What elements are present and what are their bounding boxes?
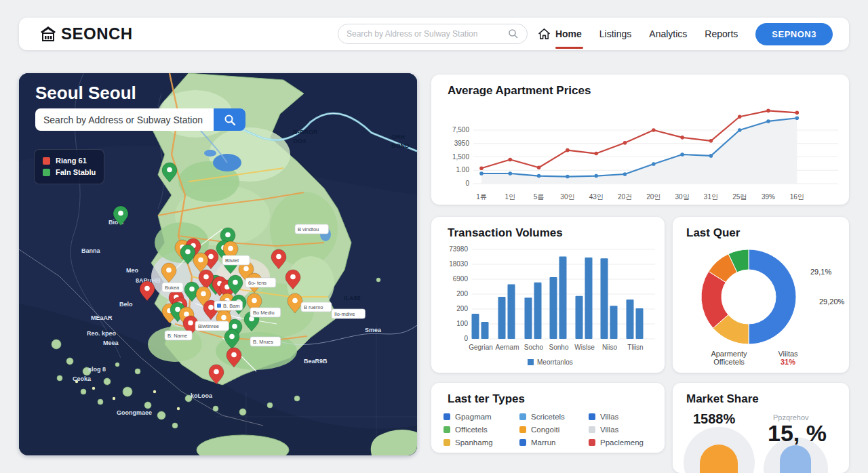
bar[interactable] [525,297,532,339]
map-search-bar[interactable]: Search by Address or Subway Station [35,108,245,131]
svg-text:100: 100 [456,320,468,327]
bar[interactable] [636,308,644,339]
sea-label: BeaR9B [304,358,328,365]
donut-slice-blue[interactable] [749,249,796,344]
svg-text:3950: 3950 [454,140,470,147]
svg-text:30일: 30일 [675,193,690,201]
bar[interactable] [481,322,489,339]
bar[interactable] [601,258,608,339]
svg-text:0: 0 [464,335,468,342]
card-market-share: Market Share 1588% Ppzqrehov 15, % [673,383,849,473]
type-legend-item: Gpagmam [443,411,519,422]
nav-item-analytics[interactable]: Analytics [649,28,687,39]
header-search-placeholder: Search by Aldress or Sulway Station [347,29,508,39]
donut-footer-right: Viiitas 31% [768,350,808,366]
type-legend-item: Ppaclemeng [589,437,654,448]
sea-label: MEaAR [91,314,113,321]
svg-text:30인: 30인 [560,193,574,201]
svg-text:20인: 20인 [646,193,660,201]
type-legend-item: Marrun [519,437,589,448]
map-label-chip[interactable]: Bo Mediu [250,308,281,317]
app-logo[interactable]: SEONCH [39,24,133,43]
svg-text:20건: 20건 [618,193,632,201]
svg-text:Tliisn: Tliisn [627,344,643,351]
logo-text: SEONCH [61,24,133,43]
nav-item-reports[interactable]: Reports [705,28,738,39]
bar[interactable] [550,277,557,339]
type-legend-item: Spanhamg [443,437,519,448]
svg-text:6900: 6900 [453,275,469,283]
map-label-chip[interactable]: 6o- tens [245,278,276,287]
donut-footer-left: Aparmenty Officetels [700,350,758,366]
sea-label: Ceoka [73,375,92,382]
map-label-chip[interactable]: Ilo-mdive [332,309,365,318]
map-label-chip[interactable]: Blwtinree [195,321,229,331]
bar[interactable] [610,306,618,339]
bar[interactable] [534,283,542,339]
sea-label: B-OROR [293,129,318,136]
map-legend: Riang 61Faln Stablu [34,149,104,184]
map-label-chip[interactable]: B ruerxo [301,302,332,312]
svg-text:Meorrtanlos: Meorrtanlos [537,358,573,366]
bar[interactable] [508,284,515,339]
svg-text:7,500: 7,500 [452,126,469,133]
svg-text:43인: 43인 [589,193,604,201]
search-icon[interactable] [508,28,519,39]
svg-text:1,500: 1,500 [452,153,469,161]
svg-text:Aernam: Aernam [495,344,519,351]
svg-text:200: 200 [456,290,468,297]
svg-text:B vindtou: B vindtou [298,226,319,232]
type-legend-item: Officetels [443,424,519,435]
map-label-chip[interactable]: B. Bam [214,301,243,310]
line-chart: 01.001,50039507,5001류1인5름30인43인20건20인30일… [431,96,849,205]
svg-text:Bukea: Bukea [165,285,180,291]
bar[interactable] [498,297,506,339]
map-label-chip[interactable]: B. Mrues [250,337,281,346]
sea-label: Meea [103,340,119,346]
nav-item-listings[interactable]: Listings [599,28,631,39]
svg-text:5름: 5름 [534,193,545,201]
svg-text:Socho: Socho [524,344,544,351]
sea-label: Smea [365,327,382,333]
svg-text:Niiso: Niiso [602,344,618,351]
svg-text:39%: 39% [762,193,775,201]
bar[interactable] [585,258,593,339]
home-icon [538,28,551,41]
header-search-input[interactable]: Search by Aldress or Sulway Station [338,24,528,44]
svg-text:1류: 1류 [476,193,487,201]
header-cta-button[interactable]: SEPNON3 [755,23,833,45]
sea-label: slog 8 [88,366,106,373]
svg-text:31인: 31인 [704,193,718,201]
card-transaction-volumes: Transaction Volumes 01002002006900180307… [431,217,665,373]
bar[interactable] [576,296,583,339]
type-legend-item: Villas [589,411,654,422]
donut-chart: 29,1%29,20% [673,239,849,346]
card-title: Market Share [686,392,759,406]
map-search-text[interactable]: Search by Address or Subway Station [35,115,214,125]
map-label-chip[interactable]: B: Name [165,331,192,340]
legend-item: Faln Stablu [43,167,96,178]
bar-chart: 010020020069001803073980GegrianAernamSoc… [431,239,665,373]
svg-text:Sonho: Sonho [549,344,569,351]
nav-item-home[interactable]: Home [538,28,582,41]
gauge-fill-right [780,445,811,473]
card-last-quer: Last Quer 29,1%29,20% Aparmenty Officete… [673,217,849,373]
map-label-chip[interactable]: Bukea [162,283,183,292]
sea-label: Belo [119,301,133,308]
legend-item: Riang 61 [43,155,96,167]
map-search-button[interactable] [214,108,245,131]
map-label-chip[interactable]: B vindtou [295,224,328,234]
types-legend-grid: GpagmamScricetelsVillasOfficetelsCongoit… [443,411,654,448]
svg-text:Blivlet: Blivlet [225,258,239,264]
map-label-chip[interactable]: Blivlet [222,255,250,265]
svg-text:6o- tens: 6o- tens [248,280,267,286]
card-average-apartment-prices: Average Apartment Prices 01.001,50039507… [431,75,849,205]
card-last-ter-types: Last ter Types GpagmamScricetelsVillasOf… [431,383,665,453]
svg-text:0: 0 [465,180,469,187]
bar[interactable] [472,314,479,339]
svg-text:B ruerxo: B ruerxo [304,304,323,310]
bar[interactable] [559,257,567,339]
sea-label: Meo [126,267,139,274]
bar[interactable] [627,300,634,339]
sea-label: ORH [391,133,405,140]
